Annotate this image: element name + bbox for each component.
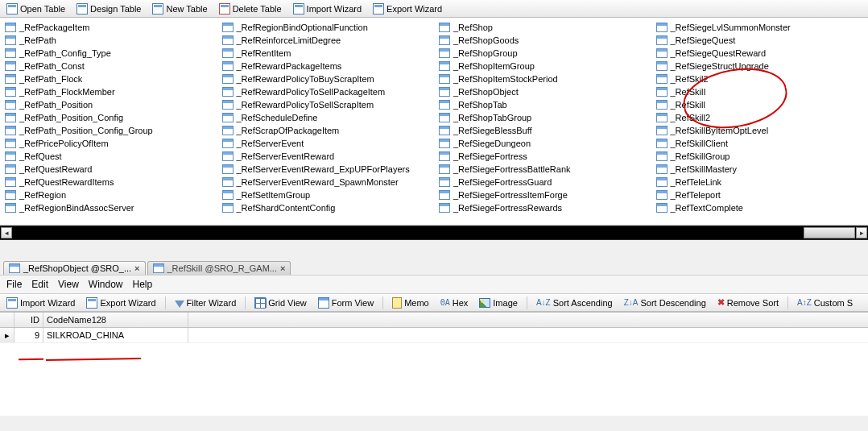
menu-view[interactable]: View xyxy=(58,279,79,290)
table-item[interactable]: _RefShopGoods xyxy=(439,34,651,47)
form-view-button[interactable]: Form View xyxy=(314,296,378,310)
table-item[interactable]: _RefSiegeFortressRewards xyxy=(439,201,651,214)
export-wizard-button[interactable]: Export Wizard xyxy=(369,2,446,16)
table-item[interactable]: _RefSiegeFortressGuard xyxy=(439,176,651,189)
scroll-right-arrow-icon[interactable]: ▸ xyxy=(856,227,867,238)
cell-id[interactable]: 9 xyxy=(14,328,43,342)
table-item[interactable]: _RefSkill2 xyxy=(656,111,869,124)
table-item[interactable]: _RefShopItemStockPeriod xyxy=(439,73,651,85)
table-item[interactable]: _RefRewardPackageItems xyxy=(222,60,435,73)
table-item[interactable]: _RefSkil2 xyxy=(656,73,869,85)
table-item[interactable]: _RefSiegeStructUpgrade xyxy=(656,60,869,73)
table-item[interactable]: _RefScrapOfPackageItem xyxy=(222,124,435,137)
delete-table-button[interactable]: Delete Table xyxy=(215,2,286,16)
table-item[interactable]: _RefSiegeDungeon xyxy=(439,137,651,150)
col-header-id[interactable]: ID xyxy=(14,313,43,327)
table-item[interactable]: _RefSiegeFortressItemForge xyxy=(439,189,651,201)
close-tab-icon[interactable]: × xyxy=(134,263,139,273)
hex-button[interactable]: 0A Hex xyxy=(436,296,473,309)
table-item[interactable]: _RefPath_Position_Config xyxy=(5,111,217,124)
scroll-thumb[interactable] xyxy=(804,227,855,238)
table-item[interactable]: _RefShopGroup xyxy=(439,47,651,60)
table-item[interactable]: _RefReinforceLimitDegree xyxy=(222,34,435,47)
filter-wizard-button[interactable]: Filter Wizard xyxy=(171,296,241,309)
scroll-left-arrow-icon[interactable]: ◂ xyxy=(1,227,12,238)
table-item[interactable]: _RefPath_Position xyxy=(5,98,217,111)
table-item[interactable]: _RefSiegeQuestReward xyxy=(656,47,869,60)
table-item[interactable]: _RefRewardPolicyToSellScrapItem xyxy=(222,98,435,111)
table-item[interactable]: _RefSiegeFortress xyxy=(439,150,651,163)
cell-code[interactable]: SILKROAD_CHINA xyxy=(43,328,188,342)
sort-asc-button[interactable]: A↓Z Sort Ascending xyxy=(532,296,617,309)
table-item[interactable]: _RefSiegeBlessBuff xyxy=(439,124,651,137)
table-item[interactable]: _RefSkillMastery xyxy=(656,163,869,176)
table-item[interactable]: _RefScheduleDefine xyxy=(222,111,435,124)
table-item[interactable]: _RefSiegeQuest xyxy=(656,34,869,47)
table-item[interactable]: _RefQuestRewardItems xyxy=(5,176,217,189)
table-item[interactable]: _RefPath_Const xyxy=(5,60,217,73)
table-item[interactable]: _RefRentItem xyxy=(222,47,435,60)
table-row[interactable]: ▸ 9 SILKROAD_CHINA xyxy=(0,328,868,343)
table-item[interactable]: _RefQuest xyxy=(5,150,217,163)
table-item[interactable]: _RefShopTabGroup xyxy=(439,111,651,124)
grid-view-button[interactable]: Grid View xyxy=(250,296,310,310)
tab-refskili[interactable]: _RefSkilI @SRO_R_GAM... × xyxy=(147,261,291,275)
table-item[interactable]: _RefTeleLink xyxy=(656,176,869,189)
menu-help[interactable]: Help xyxy=(133,279,153,290)
table-item[interactable]: _RefSkillGroup xyxy=(656,150,869,163)
custom-sort-icon: A↕Z xyxy=(797,298,812,307)
table-item[interactable]: _RefShardContentConfig xyxy=(222,201,435,214)
menu-file[interactable]: File xyxy=(6,279,22,290)
table-item[interactable]: _RefPath_FlockMember xyxy=(5,85,217,98)
table-item[interactable]: _RefSkillClient xyxy=(656,137,869,150)
table-item[interactable]: _RefSkilI xyxy=(656,85,869,98)
row-header-corner[interactable] xyxy=(0,313,14,327)
table-item[interactable]: _RefSkillByItemOptLevel xyxy=(656,124,869,137)
table-item[interactable]: _RefServerEventReward_SpawnMonster xyxy=(222,176,435,189)
table-item[interactable]: _RefRegion xyxy=(5,189,217,201)
remove-sort-button[interactable]: ✖ Remove Sort xyxy=(713,296,783,309)
table-item[interactable]: _RefQuestReward xyxy=(5,163,217,176)
design-table-button[interactable]: Design Table xyxy=(72,2,145,16)
tab-refshopobject[interactable]: _RefShopObject @SRO_... × xyxy=(3,261,146,275)
table-item[interactable]: _RefServerEventReward_ExpUPForPlayers xyxy=(222,163,435,176)
table-item[interactable]: _RefPath xyxy=(5,34,217,47)
menu-edit[interactable]: Edit xyxy=(31,279,48,290)
open-table-button[interactable]: Open Table xyxy=(2,2,69,16)
table-item[interactable]: _RefRegionBindOptionalFunction xyxy=(222,21,435,34)
horizontal-scrollbar[interactable]: ◂ ▸ xyxy=(0,226,868,240)
menu-window[interactable]: Window xyxy=(89,279,123,290)
sort-desc-button[interactable]: Z↓A Sort Descending xyxy=(620,296,710,309)
table-item[interactable]: _RefShopItemGroup xyxy=(439,60,651,73)
table-item[interactable]: _RefServerEventReward xyxy=(222,150,435,163)
table-item[interactable]: _RefShopTab xyxy=(439,98,651,111)
new-table-button[interactable]: New Table xyxy=(148,2,211,16)
import-wizard-button[interactable]: Import Wizard xyxy=(289,2,366,16)
table-item[interactable]: _RefPath_Flock xyxy=(5,73,217,85)
table-item[interactable]: _RefShopObject xyxy=(439,85,651,98)
table-item[interactable]: _RefPath_Config_Type xyxy=(5,47,217,60)
table-item[interactable]: _RefSiegeFortressBattleRank xyxy=(439,163,651,176)
table-item[interactable]: _RefServerEvent xyxy=(222,137,435,150)
row-indicator-icon[interactable]: ▸ xyxy=(0,328,14,342)
table-item[interactable]: _RefPackageItem xyxy=(5,21,217,34)
col-header-code[interactable]: CodeName128 xyxy=(43,313,188,327)
table-item[interactable]: _RefPath_Position_Config_Group xyxy=(5,124,217,137)
custom-sort-button[interactable]: A↕Z Custom S xyxy=(793,296,857,309)
close-tab-icon[interactable]: × xyxy=(280,263,285,273)
table-item[interactable]: _RefRewardPolicyToSellPackageItem xyxy=(222,85,435,98)
table-icon xyxy=(222,190,234,200)
table-item[interactable]: _RefSetItemGroup xyxy=(222,189,435,201)
memo-button[interactable]: Memo xyxy=(388,296,433,310)
table-item[interactable]: _RefShop xyxy=(439,21,651,34)
table-item[interactable]: _RefSiegeLvlSummonMonster xyxy=(656,21,869,34)
table-item[interactable]: _RefPricePolicyOfItem xyxy=(5,137,217,150)
table-item[interactable]: _RefRewardPolicyToBuyScrapItem xyxy=(222,73,435,85)
table-item[interactable]: _RefRegionBindAssocServer xyxy=(5,201,217,214)
export-wizard-button-2[interactable]: Export Wizard xyxy=(82,296,159,310)
import-wizard-button-2[interactable]: Import Wizard xyxy=(2,296,79,310)
table-item[interactable]: _RefTextComplete xyxy=(656,201,869,214)
table-item[interactable]: _RefSkill xyxy=(656,98,869,111)
table-item[interactable]: _RefTeleport xyxy=(656,189,869,201)
image-button[interactable]: Image xyxy=(475,296,522,309)
